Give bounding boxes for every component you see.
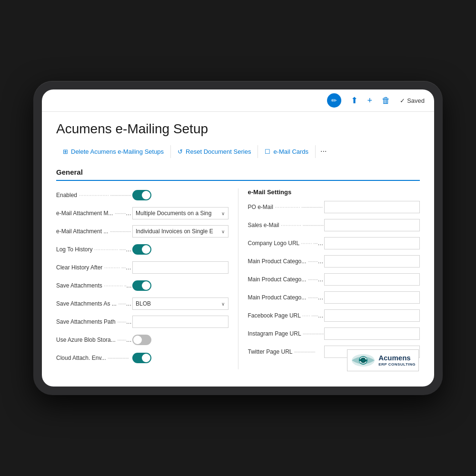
value-save-attachments-as: BLOB <box>132 298 228 310</box>
more-options-button[interactable]: ··· <box>316 144 331 159</box>
toggle-cloud-attach[interactable] <box>132 353 151 363</box>
field-log-to-history: Log To History ··············· <box>56 243 228 256</box>
label-main-product-catego-3: Main Product Catego... <box>248 294 324 301</box>
add-icon[interactable]: + <box>367 96 373 106</box>
delete-setups-icon: ⊞ <box>63 148 68 155</box>
label-instagram-page-url: Instagram Page URL <box>248 330 324 337</box>
field-save-attachments: Save Attachments ············ <box>56 279 228 292</box>
toggle-log-to-history[interactable] <box>132 244 151 255</box>
field-email-attachment-mode: e-Mail Attachment M... Multiple Document… <box>56 207 228 220</box>
input-facebook-page-url[interactable] <box>324 309 420 322</box>
input-clear-history-after[interactable] <box>132 261 228 274</box>
email-cards-button[interactable]: ☐ e-Mail Cards <box>258 145 316 158</box>
form-col-right: e-Mail Settings PO e-Mail ··············… <box>238 188 420 369</box>
input-save-attachments-path[interactable] <box>132 316 228 328</box>
value-cloud-attach <box>132 353 228 363</box>
input-main-product-catego-2[interactable] <box>324 273 420 286</box>
page-title: Acumens e-Mailing Setup <box>56 121 420 137</box>
reset-series-icon: ↺ <box>178 148 183 155</box>
tablet-device: ✏ ⬆ + 🗑 ✓ Saved Acumens e-Mailing Setup … <box>33 81 443 395</box>
value-save-attachments-path <box>132 316 228 328</box>
label-use-azure-blob: Use Azure Blob Stora... <box>56 337 132 343</box>
field-instagram-page-url: Instagram Page URL <box>248 327 420 340</box>
field-main-product-catego-2: Main Product Catego... <box>248 273 420 286</box>
email-cards-label: e-Mail Cards <box>273 148 308 155</box>
field-enabled: Enabled ··················· <box>56 188 228 202</box>
value-use-azure-blob <box>132 335 228 345</box>
label-enabled: Enabled ··················· <box>56 192 132 198</box>
field-main-product-catego-1: Main Product Catego... <box>248 255 420 268</box>
acumens-logo-tagline: ERP CONSULTING <box>378 362 416 367</box>
select-wrapper-email-attachment-mode: Multiple Documents on a Sing <box>132 207 228 219</box>
delete-icon[interactable]: 🗑 <box>382 96 390 106</box>
label-save-attachments-path: Save Attachments Path <box>56 318 132 325</box>
input-main-product-catego-1[interactable] <box>324 255 420 268</box>
field-email-attachment: e-Mail Attachment ... Individual Invoice… <box>56 225 228 238</box>
label-twitter-page-url: Twitter Page URL <box>248 348 324 355</box>
label-main-product-catego-1: Main Product Catego... <box>248 258 324 265</box>
input-instagram-page-url[interactable] <box>324 327 420 340</box>
toggle-use-azure-blob[interactable] <box>132 335 151 345</box>
label-po-email: PO e-Mail ················ <box>248 204 324 210</box>
select-save-attachments-as[interactable]: BLOB <box>132 298 228 310</box>
email-cards-icon: ☐ <box>265 148 270 155</box>
toggle-enabled[interactable] <box>132 190 151 200</box>
value-sales-email <box>324 219 420 231</box>
label-save-attachments-as: Save Attachments As ... <box>56 300 132 307</box>
input-company-logo-url[interactable] <box>324 237 420 249</box>
label-company-logo-url: Company Logo URL ······· <box>248 240 324 247</box>
label-email-attachment: e-Mail Attachment ... <box>56 228 132 235</box>
label-sales-email: Sales e-Mail ············· <box>248 222 324 228</box>
svg-point-3 <box>362 359 365 362</box>
edit-icon[interactable]: ✏ <box>327 93 341 108</box>
check-icon: ✓ <box>400 97 405 104</box>
value-save-attachments <box>132 280 228 291</box>
field-facebook-page-url: Facebook Page URL ····· <box>248 309 420 322</box>
input-po-email[interactable] <box>324 201 420 213</box>
select-email-attachment-mode[interactable]: Multiple Documents on a Sing <box>132 207 228 219</box>
share-icon[interactable]: ⬆ <box>351 95 358 106</box>
acumens-logo-text: Acumens ERP CONSULTING <box>378 354 416 367</box>
value-instagram-page-url <box>324 327 420 340</box>
form-col-left: Enabled ··················· e-Mail Attac… <box>56 188 238 369</box>
value-enabled <box>132 190 228 200</box>
tablet-screen: ✏ ⬆ + 🗑 ✓ Saved Acumens e-Mailing Setup … <box>42 89 434 387</box>
label-facebook-page-url: Facebook Page URL ····· <box>248 312 324 319</box>
reset-series-label: Reset Document Series <box>186 148 251 155</box>
toggle-save-attachments[interactable] <box>132 280 151 291</box>
field-clear-history-after: Clear History After ·········· <box>56 261 228 274</box>
field-save-attachments-path: Save Attachments Path <box>56 315 228 328</box>
delete-setups-button[interactable]: ⊞ Delete Acumens e-Mailing Setups <box>56 145 171 158</box>
saved-status: ✓ Saved <box>400 97 425 104</box>
field-main-product-catego-3: Main Product Catego... <box>248 291 420 304</box>
reset-series-button[interactable]: ↺ Reset Document Series <box>171 145 258 158</box>
select-email-attachment[interactable]: Individual Invoices on Single E <box>132 225 228 238</box>
delete-setups-label: Delete Acumens e-Mailing Setups <box>71 148 164 155</box>
field-po-email: PO e-Mail ················ <box>248 200 420 214</box>
value-log-to-history <box>132 244 228 255</box>
toolbar: ✏ ⬆ + 🗑 ✓ Saved <box>42 89 434 112</box>
action-buttons-row: ⊞ Delete Acumens e-Mailing Setups ↺ Rese… <box>56 144 420 159</box>
field-save-attachments-as: Save Attachments As ... BLOB <box>56 297 228 310</box>
field-sales-email: Sales e-Mail ············· <box>248 218 420 232</box>
label-log-to-history: Log To History ··············· <box>56 246 132 253</box>
general-section-title: General <box>56 168 420 181</box>
form-columns: Enabled ··················· e-Mail Attac… <box>56 188 420 369</box>
value-main-product-catego-3 <box>324 291 420 304</box>
label-email-attachment-mode: e-Mail Attachment M... <box>56 210 132 217</box>
select-wrapper-email-attachment: Individual Invoices on Single E <box>132 225 228 238</box>
value-po-email <box>324 201 420 213</box>
field-use-azure-blob: Use Azure Blob Stora... <box>56 333 228 347</box>
input-main-product-catego-3[interactable] <box>324 291 420 304</box>
field-company-logo-url: Company Logo URL ······· <box>248 237 420 250</box>
value-facebook-page-url <box>324 309 420 322</box>
input-sales-email[interactable] <box>324 219 420 231</box>
label-save-attachments: Save Attachments ············ <box>56 282 132 289</box>
email-settings-title: e-Mail Settings <box>248 188 420 196</box>
acumens-logo-icon <box>350 352 377 369</box>
label-clear-history-after: Clear History After ·········· <box>56 264 132 271</box>
select-wrapper-save-attachments-as: BLOB <box>132 298 228 310</box>
value-main-product-catego-2 <box>324 273 420 286</box>
value-company-logo-url <box>324 237 420 249</box>
saved-label: Saved <box>407 97 425 104</box>
